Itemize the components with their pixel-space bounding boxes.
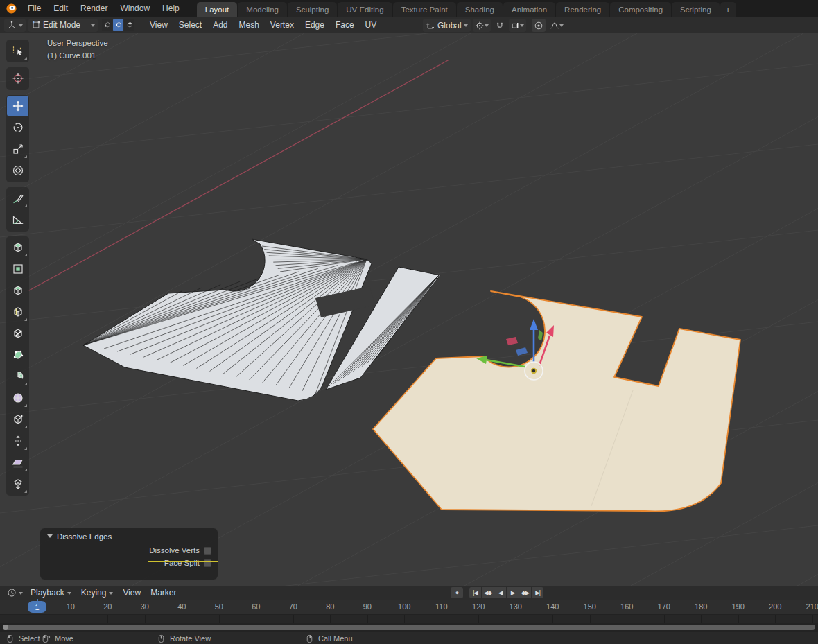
editor-3d-viewport-icon bbox=[7, 20, 17, 30]
timeline-editor-type-button[interactable] bbox=[4, 586, 26, 600]
viewport-menu-mesh[interactable]: Mesh bbox=[234, 17, 265, 33]
orientation-dropdown[interactable]: Global bbox=[423, 19, 471, 32]
workspace-tab-shading[interactable]: Shading bbox=[457, 2, 503, 17]
subtool-corner-icon bbox=[24, 469, 27, 471]
tool-cursor[interactable] bbox=[7, 68, 28, 89]
tool-loop-cut[interactable] bbox=[7, 302, 28, 322]
select-mode-vertex[interactable] bbox=[102, 19, 112, 31]
mode-dropdown[interactable]: Edit Mode bbox=[28, 19, 98, 32]
workspace-tab-compositing[interactable]: Compositing bbox=[610, 2, 671, 17]
menu-edit[interactable]: Edit bbox=[47, 0, 74, 17]
tool-bevel[interactable] bbox=[7, 280, 28, 301]
workspace-tab-animation[interactable]: Animation bbox=[503, 2, 555, 17]
tool-poly-build[interactable] bbox=[7, 345, 28, 365]
chevron-down-icon bbox=[19, 24, 23, 29]
pivot-point-dropdown[interactable] bbox=[473, 19, 491, 32]
select-mode-edge[interactable] bbox=[113, 19, 123, 31]
tool-rip-region[interactable] bbox=[7, 473, 28, 494]
header-right-cluster: Global bbox=[420, 19, 566, 32]
checkbox[interactable] bbox=[204, 547, 211, 555]
topbar: FileEditRenderWindowHelp LayoutModelingS… bbox=[0, 0, 818, 17]
measure-icon bbox=[12, 214, 24, 226]
workspace-tab-modeling[interactable]: Modeling bbox=[238, 2, 287, 17]
timeline-menu-playback[interactable]: Playback bbox=[26, 588, 76, 598]
poly-build-icon bbox=[12, 349, 24, 361]
frame-label: 80 bbox=[326, 602, 334, 611]
record-button[interactable]: ● bbox=[451, 587, 463, 598]
workspace-tab-uv-editing[interactable]: UV Editing bbox=[338, 2, 392, 17]
viewport-menu-view[interactable]: View bbox=[144, 17, 173, 33]
jump-to-end-button[interactable]: ▶| bbox=[532, 587, 543, 598]
operator-panel-header[interactable]: Dissolve Edges bbox=[40, 528, 218, 543]
viewport-menu-vertex[interactable]: Vertex bbox=[265, 17, 299, 33]
add-workspace-button[interactable]: + bbox=[720, 2, 736, 17]
frame-label: 170 bbox=[658, 602, 670, 611]
falloff-dropdown[interactable] bbox=[548, 19, 566, 32]
tool-shear[interactable] bbox=[7, 452, 28, 473]
tool-knife[interactable] bbox=[7, 323, 28, 344]
menu-render[interactable]: Render bbox=[74, 0, 114, 17]
status-bar: SelectMoveRotate ViewCall Menu bbox=[0, 632, 818, 644]
viewport-menu-add[interactable]: Add bbox=[207, 17, 233, 33]
prev-keyframe-button[interactable]: ◀◆ bbox=[482, 587, 494, 598]
workspace-tab-sculpting[interactable]: Sculpting bbox=[288, 2, 337, 17]
tool-rotate[interactable] bbox=[7, 117, 28, 138]
frame-tick bbox=[738, 615, 739, 623]
tool-measure[interactable] bbox=[7, 209, 28, 230]
subtool-corner-icon bbox=[24, 447, 27, 450]
next-keyframe-button[interactable]: ◆▶ bbox=[519, 587, 531, 598]
timeline-scrollbar[interactable] bbox=[3, 625, 815, 630]
field-dissolve-verts: Dissolve Verts bbox=[40, 545, 218, 556]
smooth-icon bbox=[12, 392, 24, 404]
tool-transform[interactable] bbox=[7, 160, 28, 181]
tool-smooth[interactable] bbox=[7, 388, 28, 408]
timeline-menu-keying[interactable]: Keying bbox=[76, 588, 119, 598]
timeline-tick-strip[interactable] bbox=[0, 614, 818, 623]
tool-scale[interactable] bbox=[7, 139, 28, 159]
timeline-menu-view[interactable]: View bbox=[118, 588, 146, 598]
viewport-menu-select[interactable]: Select bbox=[173, 17, 207, 33]
proportional-editing-button[interactable] bbox=[532, 19, 546, 32]
timeline-menu-marker[interactable]: Marker bbox=[146, 588, 181, 598]
active-field-underline bbox=[148, 561, 218, 562]
tool-shrink-fatten[interactable] bbox=[7, 430, 28, 451]
workspace-tab-layout[interactable]: Layout bbox=[197, 2, 238, 17]
timeline-scrollbar-handle[interactable] bbox=[3, 625, 8, 630]
select-mode-face[interactable] bbox=[124, 19, 134, 31]
tool-edge-slide[interactable] bbox=[7, 409, 28, 430]
menu-file[interactable]: File bbox=[21, 0, 47, 17]
tool-inset-faces[interactable] bbox=[7, 259, 28, 279]
jump-to-start-button[interactable]: |◀ bbox=[469, 587, 481, 598]
menu-window[interactable]: Window bbox=[114, 0, 156, 17]
play-reverse-button[interactable]: ◀ bbox=[494, 587, 506, 598]
orientation-label: Global bbox=[437, 21, 462, 31]
view-perspective-label: User Perspective bbox=[47, 39, 108, 47]
tool-spin[interactable] bbox=[7, 366, 28, 387]
menu-help[interactable]: Help bbox=[156, 0, 186, 17]
tool-move[interactable] bbox=[7, 96, 28, 116]
play-button[interactable]: ▶ bbox=[507, 587, 519, 598]
chevron-down-icon bbox=[464, 24, 468, 29]
frame-tick bbox=[293, 615, 294, 623]
frame-label: 130 bbox=[510, 602, 522, 611]
tool-annotate[interactable] bbox=[7, 188, 28, 209]
viewport-menus: ViewSelectAddMeshVertexEdgeFaceUV bbox=[144, 17, 382, 33]
operator-panel[interactable]: Dissolve Edges Dissolve VertsFace Split bbox=[40, 528, 218, 580]
frame-label: 190 bbox=[732, 602, 745, 611]
frame-label: 50 bbox=[215, 602, 223, 611]
current-frame-line[interactable] bbox=[37, 599, 38, 609]
tool-select-box[interactable] bbox=[7, 40, 28, 61]
timeline-ruler[interactable]: 1 10203040506070809010011012013014015016… bbox=[0, 600, 818, 614]
editor-type-button[interactable] bbox=[4, 19, 26, 32]
workspace-tab-texture-paint[interactable]: Texture Paint bbox=[393, 2, 456, 17]
blender-logo-icon[interactable] bbox=[6, 3, 17, 15]
frame-tick bbox=[442, 615, 442, 623]
workspace-tab-rendering[interactable]: Rendering bbox=[556, 2, 609, 17]
snap-toggle-button[interactable] bbox=[493, 19, 507, 32]
viewport-menu-uv[interactable]: UV bbox=[360, 17, 383, 33]
workspace-tab-scripting[interactable]: Scripting bbox=[672, 2, 720, 17]
viewport-menu-edge[interactable]: Edge bbox=[299, 17, 330, 33]
snap-target-dropdown[interactable] bbox=[509, 19, 526, 32]
viewport-menu-face[interactable]: Face bbox=[330, 17, 360, 33]
tool-extrude-region[interactable] bbox=[7, 237, 28, 258]
